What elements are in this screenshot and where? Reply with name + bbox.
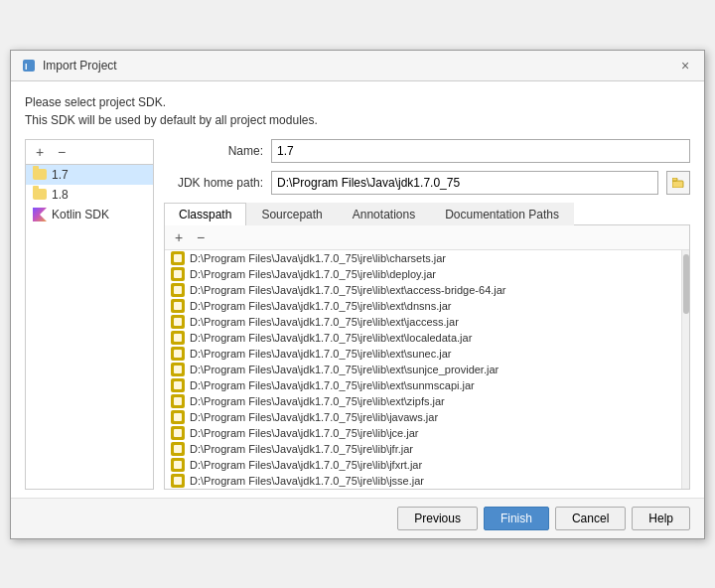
dialog-icon: I [21, 58, 37, 74]
tree-items: 1.7 1.8 [26, 165, 153, 224]
title-bar: I Import Project × [11, 51, 704, 81]
previous-button[interactable]: Previous [397, 507, 478, 530]
file-path-label: D:\Program Files\Java\jdk1.7.0_75\jre\li… [190, 443, 413, 455]
title-bar-left: I Import Project [21, 58, 117, 74]
file-path-label: D:\Program Files\Java\jdk1.7.0_75\jre\li… [190, 284, 506, 296]
description-line2: This SDK will be used by default by all … [25, 111, 690, 129]
help-button[interactable]: Help [632, 507, 690, 530]
folder-icon-17 [32, 167, 48, 183]
import-project-dialog: I Import Project × Please select project… [10, 50, 705, 539]
tab-toolbar: + − [165, 225, 689, 250]
file-list[interactable]: D:\Program Files\Java\jdk1.7.0_75\jre\li… [165, 250, 681, 489]
jar-file-icon [171, 283, 185, 297]
close-button[interactable]: × [676, 57, 694, 74]
name-label: Name: [164, 144, 263, 158]
dialog-title: Import Project [43, 59, 117, 73]
jar-file-icon [171, 394, 185, 408]
file-path-label: D:\Program Files\Java\jdk1.7.0_75\jre\li… [190, 348, 452, 360]
finish-button[interactable]: Finish [484, 507, 549, 530]
tree-label-18: 1.8 [52, 188, 69, 202]
jar-file-icon [171, 410, 185, 424]
description: Please select project SDK. This SDK will… [25, 93, 690, 129]
jar-file-icon [171, 267, 185, 281]
cancel-button[interactable]: Cancel [555, 507, 626, 530]
description-line1: Please select project SDK. [25, 93, 690, 111]
tree-label-kotlin: Kotlin SDK [52, 208, 109, 221]
file-list-item[interactable]: D:\Program Files\Java\jdk1.7.0_75\jre\li… [165, 425, 681, 441]
folder-icon-18 [32, 187, 48, 203]
tree-label-17: 1.7 [52, 168, 69, 182]
tabs-container: Classpath Sourcepath Annotations Documen… [164, 203, 690, 490]
jar-file-icon [171, 426, 185, 440]
main-area: + − 1.7 1.8 [25, 139, 690, 490]
tab-content-classpath: + − D:\Program Files\Java\jdk1.7.0_75\jr… [164, 225, 690, 490]
jar-file-icon [171, 378, 185, 392]
file-list-item[interactable]: D:\Program Files\Java\jdk1.7.0_75\jre\li… [165, 377, 681, 393]
jdk-browse-button[interactable] [666, 171, 690, 195]
file-list-item[interactable]: D:\Program Files\Java\jdk1.7.0_75\jre\li… [165, 441, 681, 457]
tabs-header: Classpath Sourcepath Annotations Documen… [164, 203, 690, 225]
file-list-item[interactable]: D:\Program Files\Java\jdk1.7.0_75\jre\li… [165, 362, 681, 377]
jar-file-icon [171, 315, 185, 329]
sdk-tree: + − 1.7 1.8 [25, 139, 154, 490]
svg-rect-3 [672, 181, 683, 188]
file-list-item[interactable]: D:\Program Files\Java\jdk1.7.0_75\jre\li… [165, 473, 681, 489]
file-path-label: D:\Program Files\Java\jdk1.7.0_75\jre\li… [190, 364, 499, 375]
jar-file-icon [171, 363, 185, 376]
jar-file-icon [171, 331, 185, 345]
file-list-item[interactable]: D:\Program Files\Java\jdk1.7.0_75\jre\li… [165, 457, 681, 473]
file-list-item[interactable]: D:\Program Files\Java\jdk1.7.0_75\jre\li… [165, 282, 681, 298]
svg-text:I: I [25, 62, 28, 72]
file-path-label: D:\Program Files\Java\jdk1.7.0_75\jre\li… [190, 268, 436, 280]
kotlin-icon [32, 207, 48, 222]
file-list-item[interactable]: D:\Program Files\Java\jdk1.7.0_75\jre\li… [165, 314, 681, 330]
jar-file-icon [171, 474, 185, 488]
jar-file-icon [171, 347, 185, 361]
dialog-footer: Previous Finish Cancel Help [11, 498, 704, 538]
scrollbar-track[interactable] [681, 250, 689, 489]
file-path-label: D:\Program Files\Java\jdk1.7.0_75\jre\li… [190, 332, 472, 344]
file-path-label: D:\Program Files\Java\jdk1.7.0_75\jre\li… [190, 316, 459, 328]
file-list-item[interactable]: D:\Program Files\Java\jdk1.7.0_75\jre\li… [165, 393, 681, 409]
dialog-content: Please select project SDK. This SDK will… [11, 81, 704, 498]
file-path-label: D:\Program Files\Java\jdk1.7.0_75\jre\li… [190, 379, 475, 391]
scrollbar-thumb [683, 254, 689, 314]
tree-item-kotlin[interactable]: Kotlin SDK [26, 205, 153, 224]
jar-file-icon [171, 458, 185, 472]
file-list-item[interactable]: D:\Program Files\Java\jdk1.7.0_75\jre\li… [165, 330, 681, 346]
file-path-label: D:\Program Files\Java\jdk1.7.0_75\jre\li… [190, 475, 424, 487]
file-path-label: D:\Program Files\Java\jdk1.7.0_75\jre\li… [190, 411, 438, 423]
jar-file-icon [171, 442, 185, 456]
jar-file-icon [171, 251, 185, 265]
jdk-path-input[interactable] [271, 171, 658, 195]
tree-item-18[interactable]: 1.8 [26, 185, 153, 205]
file-path-label: D:\Program Files\Java\jdk1.7.0_75\jre\li… [190, 459, 422, 471]
file-list-item[interactable]: D:\Program Files\Java\jdk1.7.0_75\jre\li… [165, 409, 681, 425]
name-input[interactable] [271, 139, 690, 163]
tree-toolbar: + − [26, 140, 153, 165]
tab-annotations[interactable]: Annotations [338, 203, 430, 225]
file-list-wrapper: D:\Program Files\Java\jdk1.7.0_75\jre\li… [165, 250, 689, 489]
tree-add-button[interactable]: + [30, 142, 50, 162]
tab-remove-button[interactable]: − [191, 227, 211, 247]
jar-file-icon [171, 299, 185, 313]
svg-marker-2 [33, 208, 47, 221]
file-path-label: D:\Program Files\Java\jdk1.7.0_75\jre\li… [190, 427, 418, 439]
tab-sourcepath[interactable]: Sourcepath [246, 203, 337, 225]
tab-add-button[interactable]: + [169, 227, 189, 247]
tab-classpath[interactable]: Classpath [164, 203, 246, 225]
file-path-label: D:\Program Files\Java\jdk1.7.0_75\jre\li… [190, 300, 452, 312]
file-path-label: D:\Program Files\Java\jdk1.7.0_75\jre\li… [190, 395, 445, 407]
jdk-row: JDK home path: [164, 171, 690, 195]
file-list-item[interactable]: D:\Program Files\Java\jdk1.7.0_75\jre\li… [165, 298, 681, 314]
file-list-item[interactable]: D:\Program Files\Java\jdk1.7.0_75\jre\li… [165, 250, 681, 266]
tree-item-17[interactable]: 1.7 [26, 165, 153, 185]
right-panel: Name: JDK home path: [164, 139, 690, 490]
file-list-item[interactable]: D:\Program Files\Java\jdk1.7.0_75\jre\li… [165, 346, 681, 362]
tab-documentation[interactable]: Documentation Paths [430, 203, 574, 225]
file-list-item[interactable]: D:\Program Files\Java\jdk1.7.0_75\jre\li… [165, 266, 681, 282]
jdk-label: JDK home path: [164, 176, 263, 190]
svg-rect-4 [672, 178, 677, 181]
browse-icon [672, 178, 684, 188]
tree-remove-button[interactable]: − [52, 142, 72, 162]
